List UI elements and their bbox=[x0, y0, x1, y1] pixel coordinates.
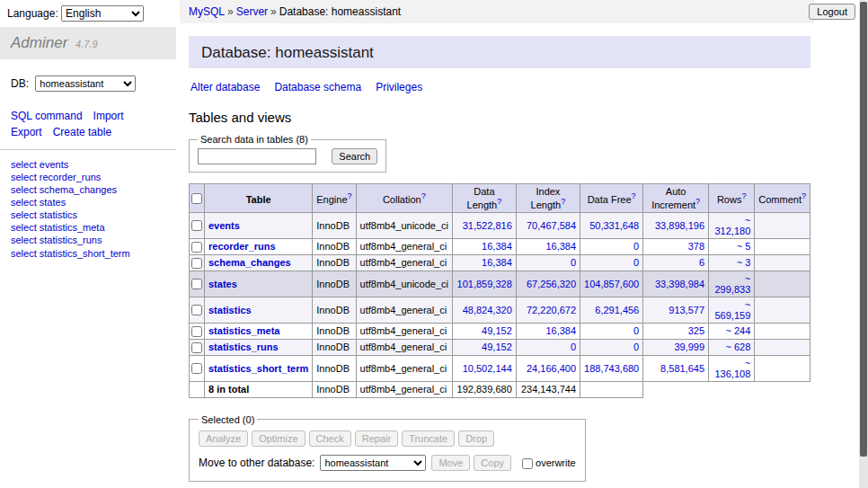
row-checkbox[interactable] bbox=[191, 326, 202, 337]
index-length-link[interactable]: 0 bbox=[571, 257, 576, 268]
sidebar-link[interactable]: SQL command bbox=[11, 110, 83, 122]
scrollbar-thumb[interactable] bbox=[860, 2, 867, 457]
index-length-link[interactable]: 16,384 bbox=[545, 241, 576, 252]
table-name-link[interactable]: states bbox=[208, 279, 237, 289]
rows-count-link[interactable]: ~ 244 bbox=[725, 325, 750, 336]
sidebar-table-link[interactable]: select events bbox=[11, 158, 176, 171]
data-free-link[interactable]: 0 bbox=[633, 257, 639, 268]
rows-count-link[interactable]: ~ 3 bbox=[737, 257, 751, 268]
index-length-link[interactable]: 24,166,400 bbox=[527, 363, 576, 374]
data-free-link[interactable]: 188,743,680 bbox=[584, 363, 639, 374]
help-link[interactable]: ? bbox=[421, 191, 426, 200]
index-length-link[interactable]: 72,220,672 bbox=[527, 305, 576, 315]
search-button[interactable]: Search bbox=[332, 148, 377, 164]
data-free-link[interactable]: 104,857,600 bbox=[584, 279, 639, 289]
table-name-link[interactable]: statistics_short_term bbox=[208, 363, 308, 374]
bulk-action-button[interactable]: Truncate bbox=[402, 430, 455, 447]
rows-count-link[interactable]: ~ 5 bbox=[737, 241, 751, 252]
auto-increment-link[interactable]: 378 bbox=[688, 241, 704, 252]
row-checkbox[interactable] bbox=[191, 220, 202, 231]
move-button[interactable]: Move bbox=[431, 455, 470, 471]
data-length-link[interactable]: 10,502,144 bbox=[463, 363, 512, 374]
index-length-link[interactable]: 67,256,320 bbox=[527, 279, 576, 289]
row-checkbox[interactable] bbox=[191, 279, 202, 289]
sidebar-table-link[interactable]: select statistics_short_term bbox=[11, 247, 176, 260]
language-select[interactable]: English bbox=[61, 5, 144, 22]
db-nav-link[interactable]: Database schema bbox=[274, 81, 361, 93]
data-free-link[interactable]: 50,331,648 bbox=[589, 220, 639, 231]
index-length-link[interactable]: 0 bbox=[571, 342, 576, 352]
sidebar-link[interactable]: Import bbox=[93, 110, 124, 122]
rows-count-link[interactable]: ~ 299,833 bbox=[715, 273, 751, 295]
table-name-link[interactable]: schema_changes bbox=[208, 257, 291, 268]
data-length-link[interactable]: 101,859,328 bbox=[457, 279, 512, 289]
sidebar-table-link[interactable]: select states bbox=[11, 196, 176, 209]
sidebar-table-link[interactable]: select schema_changes bbox=[11, 183, 176, 196]
data-free-link[interactable]: 0 bbox=[633, 325, 639, 336]
auto-increment-link[interactable]: 913,577 bbox=[669, 305, 704, 315]
db-select[interactable]: homeassistant bbox=[35, 75, 136, 92]
data-free-link[interactable]: 0 bbox=[633, 342, 639, 352]
index-length-link[interactable]: 16,384 bbox=[545, 325, 576, 336]
row-checkbox[interactable] bbox=[191, 363, 202, 374]
data-length-link[interactable]: 49,152 bbox=[482, 342, 512, 352]
search-input[interactable] bbox=[198, 148, 316, 164]
row-checkbox[interactable] bbox=[191, 242, 202, 253]
bulk-action-button[interactable]: Repair bbox=[355, 430, 398, 447]
auto-increment-link[interactable]: 39,999 bbox=[674, 342, 704, 352]
sidebar-link[interactable]: Export bbox=[11, 126, 42, 138]
auto-increment-link[interactable]: 325 bbox=[688, 325, 704, 336]
help-link[interactable]: ? bbox=[695, 197, 700, 206]
rows-count-link[interactable]: ~ 628 bbox=[725, 342, 750, 352]
bulk-action-button[interactable]: Analyze bbox=[199, 430, 248, 447]
copy-button[interactable]: Copy bbox=[474, 455, 511, 471]
data-length-link[interactable]: 16,384 bbox=[482, 257, 512, 268]
sidebar-table-link[interactable]: select statistics_runs bbox=[11, 234, 176, 246]
collation-cell: utf8mb4_unicode_ci bbox=[356, 271, 452, 297]
breadcrumb-server-link[interactable]: Server bbox=[236, 5, 268, 18]
row-checkbox[interactable] bbox=[191, 342, 202, 353]
bulk-action-button[interactable]: Check bbox=[309, 430, 351, 447]
data-free-link[interactable]: 0 bbox=[633, 241, 639, 252]
rows-count-link[interactable]: ~ 136,108 bbox=[715, 358, 751, 379]
move-db-select[interactable]: homeassistant bbox=[320, 455, 426, 471]
breadcrumb-mysql-link[interactable]: MySQL bbox=[189, 5, 225, 18]
scrollbar[interactable] bbox=[859, 0, 868, 488]
sidebar-table-link[interactable]: select statistics_meta bbox=[11, 221, 176, 234]
data-length-link[interactable]: 31,522,816 bbox=[463, 220, 512, 231]
help-link[interactable]: ? bbox=[632, 191, 636, 200]
table-name-link[interactable]: recorder_runs bbox=[208, 241, 276, 252]
auto-increment-link[interactable]: 33,898,196 bbox=[655, 220, 704, 231]
data-length-link[interactable]: 48,824,320 bbox=[463, 305, 512, 315]
help-link[interactable]: ? bbox=[348, 191, 352, 200]
data-length-link[interactable]: 49,152 bbox=[482, 325, 512, 336]
rows-count-link[interactable]: ~ 569,159 bbox=[715, 299, 751, 321]
rows-count-link[interactable]: ~ 312,180 bbox=[715, 215, 751, 236]
auto-increment-link[interactable]: 6 bbox=[699, 257, 704, 268]
db-nav-link[interactable]: Alter database bbox=[190, 81, 260, 93]
auto-increment-link[interactable]: 8,581,645 bbox=[660, 363, 704, 374]
row-checkbox[interactable] bbox=[191, 258, 202, 269]
data-length-link[interactable]: 16,384 bbox=[482, 241, 512, 252]
select-all-checkbox[interactable] bbox=[191, 193, 202, 204]
help-link[interactable]: ? bbox=[802, 191, 806, 200]
data-free-link[interactable]: 6,291,456 bbox=[595, 305, 639, 315]
bulk-action-button[interactable]: Optimize bbox=[252, 430, 305, 447]
overwrite-checkbox[interactable] bbox=[522, 458, 533, 469]
table-name-link[interactable]: statistics bbox=[208, 305, 252, 315]
bulk-action-button[interactable]: Drop bbox=[458, 430, 494, 447]
table-name-link[interactable]: events bbox=[208, 220, 240, 231]
index-length-link[interactable]: 70,467,584 bbox=[527, 220, 576, 231]
db-nav-link[interactable]: Privileges bbox=[376, 81, 422, 93]
table-name-link[interactable]: statistics_meta bbox=[208, 325, 280, 336]
help-link[interactable]: ? bbox=[741, 191, 746, 200]
table-name-link[interactable]: statistics_runs bbox=[208, 342, 279, 352]
help-link[interactable]: ? bbox=[497, 197, 501, 206]
sidebar-table-link[interactable]: select statistics bbox=[11, 209, 176, 221]
sidebar-table-link[interactable]: select recorder_runs bbox=[11, 171, 176, 183]
help-link[interactable]: ? bbox=[561, 197, 565, 206]
logout-button[interactable]: Logout bbox=[809, 4, 855, 20]
row-checkbox[interactable] bbox=[191, 305, 202, 315]
sidebar-link[interactable]: Create table bbox=[53, 126, 111, 138]
auto-increment-link[interactable]: 33,398,984 bbox=[655, 279, 704, 289]
